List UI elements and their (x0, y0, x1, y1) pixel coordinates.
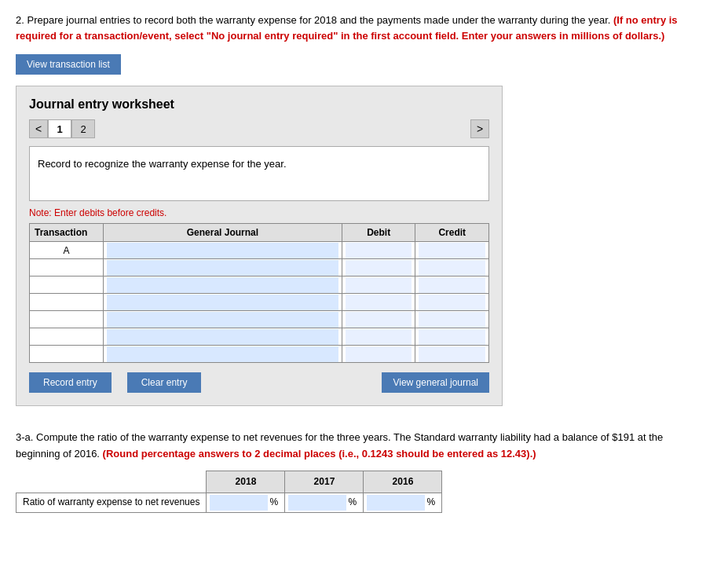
ratio-2018-input[interactable] (210, 495, 268, 511)
col-header-journal: General Journal (103, 224, 342, 242)
journal-input[interactable] (107, 346, 338, 362)
journal-cell[interactable] (103, 346, 342, 363)
table-row (30, 294, 489, 311)
credit-cell[interactable] (415, 346, 489, 363)
journal-table: Transaction General Journal Debit Credit… (29, 223, 489, 363)
debit-input[interactable] (346, 295, 412, 310)
debit-input[interactable] (346, 243, 412, 258)
journal-input[interactable] (107, 329, 338, 345)
debit-input[interactable] (346, 260, 412, 276)
table-row: A (30, 242, 489, 259)
note-text: Note: Enter debits before credits. (29, 207, 489, 218)
section-3a-bold-red: (Round percentage answers to 2 decimal p… (103, 448, 536, 460)
transaction-cell: A (30, 242, 104, 259)
ratio-row-label: Ratio of warranty expense to net revenue… (16, 493, 207, 512)
debit-cell[interactable] (342, 294, 415, 311)
journal-cell[interactable] (103, 277, 342, 294)
view-transaction-button[interactable]: View transaction list (16, 54, 121, 75)
page-navigation: < 1 2 > (29, 119, 489, 138)
record-entry-button[interactable]: Record entry (29, 372, 112, 393)
ratio-col-empty (16, 471, 207, 493)
view-general-journal-button[interactable]: View general journal (382, 372, 489, 393)
transaction-cell (30, 311, 104, 328)
journal-entry-worksheet: Journal entry worksheet < 1 2 > Record t… (16, 86, 503, 406)
journal-cell[interactable] (103, 328, 342, 346)
ratio-2018-cell[interactable]: % (207, 493, 285, 512)
worksheet-title: Journal entry worksheet (29, 97, 489, 112)
credit-cell[interactable] (415, 311, 489, 328)
page-1-indicator[interactable]: 1 (48, 119, 71, 138)
action-buttons-row: Record entry Clear entry View general jo… (29, 372, 489, 393)
instruction-text: 2. Prepare journal entries to record bot… (16, 13, 699, 43)
table-row (30, 346, 489, 363)
credit-input[interactable] (419, 260, 485, 276)
col-header-debit: Debit (342, 224, 415, 242)
debit-input[interactable] (346, 312, 412, 328)
debit-cell[interactable] (342, 259, 415, 277)
ratio-2017-cell[interactable]: % (285, 493, 364, 512)
credit-input[interactable] (419, 295, 485, 310)
transaction-cell (30, 294, 104, 311)
clear-entry-button[interactable]: Clear entry (127, 372, 202, 393)
instruction-normal: Prepare journal entries to record both t… (27, 14, 613, 26)
ratio-2017-pct: % (348, 495, 357, 510)
ratio-col-2018: 2018 (207, 471, 285, 493)
debit-cell[interactable] (342, 242, 415, 259)
credit-cell[interactable] (415, 328, 489, 346)
journal-input[interactable] (107, 243, 338, 258)
col-header-credit: Credit (415, 224, 489, 242)
table-row (30, 311, 489, 328)
transaction-cell (30, 328, 104, 346)
ratio-2018-pct: % (269, 495, 278, 510)
page-2-indicator[interactable]: 2 (71, 119, 95, 138)
credit-cell[interactable] (415, 277, 489, 294)
debit-cell[interactable] (342, 328, 415, 346)
journal-cell[interactable] (103, 242, 342, 259)
debit-cell[interactable] (342, 346, 415, 363)
col-header-transaction: Transaction (30, 224, 104, 242)
credit-input[interactable] (419, 243, 485, 258)
nav-right-button[interactable]: > (470, 119, 489, 138)
journal-input[interactable] (107, 260, 338, 276)
debit-input[interactable] (346, 277, 412, 293)
credit-cell[interactable] (415, 242, 489, 259)
credit-input[interactable] (419, 346, 485, 362)
journal-cell[interactable] (103, 294, 342, 311)
ratio-2016-cell[interactable]: % (364, 493, 442, 512)
nav-left-button[interactable]: < (29, 119, 48, 138)
debit-input[interactable] (346, 329, 412, 345)
ratio-col-2017: 2017 (285, 471, 364, 493)
debit-input[interactable] (346, 346, 412, 362)
credit-cell[interactable] (415, 259, 489, 277)
transaction-cell (30, 346, 104, 363)
journal-input[interactable] (107, 312, 338, 328)
ratio-row: Ratio of warranty expense to net revenue… (16, 493, 442, 512)
ratio-col-2016: 2016 (364, 471, 442, 493)
transaction-cell (30, 259, 104, 277)
ratio-table: 2018 2017 2016 Ratio of warranty expense… (16, 471, 442, 513)
table-row (30, 259, 489, 277)
journal-input[interactable] (107, 295, 338, 310)
credit-cell[interactable] (415, 294, 489, 311)
credit-input[interactable] (419, 312, 485, 328)
ratio-2016-input[interactable] (367, 495, 425, 511)
credit-input[interactable] (419, 277, 485, 293)
ratio-2017-input[interactable] (288, 495, 346, 511)
journal-cell[interactable] (103, 259, 342, 277)
instruction-number: 2. (16, 14, 24, 26)
ratio-2016-pct: % (426, 495, 435, 510)
table-row (30, 277, 489, 294)
credit-input[interactable] (419, 329, 485, 345)
journal-cell[interactable] (103, 311, 342, 328)
section-3a: 3-a. Compute the ratio of the warranty e… (16, 430, 699, 513)
table-row (30, 328, 489, 346)
debit-cell[interactable] (342, 311, 415, 328)
journal-input[interactable] (107, 277, 338, 293)
transaction-cell (30, 277, 104, 294)
transaction-description: Record to recognize the warranty expense… (29, 146, 489, 201)
debit-cell[interactable] (342, 277, 415, 294)
